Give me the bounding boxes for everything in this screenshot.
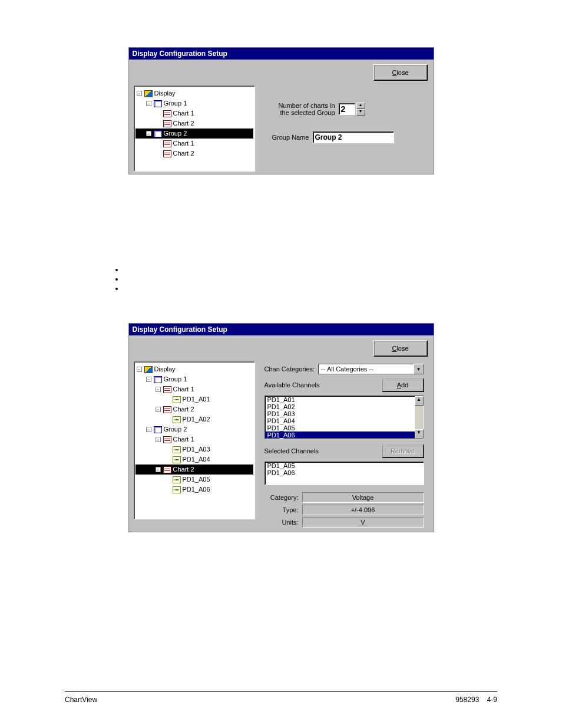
selected-channels-list[interactable]: PD1_A05PD1_A06	[265, 462, 424, 485]
chan-categories-label: Chan Categories:	[265, 365, 315, 373]
footer-left: ChartView	[65, 696, 97, 704]
group-icon	[154, 426, 162, 433]
selected-channels-label: Selected Channels	[265, 447, 319, 454]
close-button[interactable]: Close	[373, 64, 428, 81]
chevron-down-icon[interactable]: ▼	[414, 364, 424, 374]
channel-icon	[173, 476, 181, 483]
chart-icon	[163, 140, 171, 147]
list-item[interactable]: PD1_A04	[265, 417, 415, 424]
tree-node-g1c1-ch[interactable]: PD1_A01	[135, 394, 253, 404]
group-icon	[154, 376, 162, 383]
chart-icon	[163, 436, 171, 443]
tree-view[interactable]: −Display −Group 1 Chart 1 Chart 2 −Group…	[134, 85, 255, 172]
tree-node-group2[interactable]: −Group 2	[135, 424, 253, 434]
scroll-up[interactable]: ▲	[415, 396, 424, 406]
tree-node-g2c1-chB[interactable]: PD1_A04	[135, 454, 253, 465]
tree-node-g1-chart1[interactable]: Chart 1	[135, 108, 253, 118]
chart-icon	[163, 386, 171, 393]
group-name-label: Group Name	[265, 134, 309, 141]
tree-node-g2-chart2[interactable]: Chart 2	[135, 149, 253, 159]
display-config-dialog-group: Display Configuration Setup Close −Displ…	[128, 47, 434, 174]
remove-button[interactable]: Remove	[382, 444, 424, 458]
tree-node-g1c1[interactable]: −Chart 1	[135, 384, 253, 394]
list-item[interactable]: PD1_A06	[265, 469, 424, 476]
close-button[interactable]: Close	[373, 340, 428, 357]
type-label: Type:	[265, 506, 299, 513]
tree-node-group1[interactable]: −Group 1	[135, 98, 253, 108]
dialog-title: Display Configuration Setup	[129, 48, 434, 60]
units-label: Units:	[265, 519, 299, 526]
tree-node-display[interactable]: −Display	[135, 88, 253, 98]
list-item[interactable]: PD1_A05	[265, 462, 424, 469]
list-item[interactable]: PD1_A02	[265, 403, 415, 410]
tree-node-g2c1[interactable]: −Chart 1	[135, 434, 253, 444]
num-charts-input[interactable]: 2	[339, 103, 355, 115]
chart-icon	[163, 406, 171, 413]
scrollbar[interactable]: ▲ ▼	[415, 396, 424, 439]
display-config-dialog-chart: Display Configuration Setup Close −Displ…	[128, 323, 434, 532]
chart-icon	[163, 150, 171, 157]
list-item[interactable]: PD1_A06	[265, 431, 415, 439]
display-icon	[144, 90, 153, 97]
units-value: V	[302, 517, 424, 528]
num-charts-spinner[interactable]: ▲ ▼	[356, 103, 365, 116]
category-value: Voltage	[302, 492, 424, 503]
spinner-up[interactable]: ▲	[356, 103, 365, 109]
channel-icon	[173, 416, 181, 423]
spinner-down[interactable]: ▼	[356, 109, 365, 116]
list-item[interactable]: PD1_A03	[265, 410, 415, 417]
tree-node-g1c2[interactable]: −Chart 2	[135, 404, 253, 414]
type-value: +/-4.096	[302, 505, 424, 515]
tree-node-g2c2-chB[interactable]: PD1_A06	[135, 485, 253, 495]
bullet-list-placeholder	[0, 263, 562, 305]
group-name-input[interactable]: Group 2	[313, 131, 394, 143]
num-charts-label-2: the selected Group	[265, 109, 335, 116]
chan-categories-dropdown[interactable]: -- All Categories -- ▼	[318, 364, 424, 374]
group-icon	[154, 100, 162, 107]
dialog-title: Display Configuration Setup	[129, 324, 434, 335]
tree-node-g2c1-chA[interactable]: PD1_A03	[135, 444, 253, 454]
channel-icon	[173, 446, 181, 453]
available-channels-list[interactable]: PD1_A01PD1_A02PD1_A03PD1_A04PD1_A05PD1_A…	[265, 396, 424, 439]
display-icon	[144, 366, 153, 373]
chart-icon	[163, 110, 171, 117]
list-item[interactable]: PD1_A05	[265, 424, 415, 431]
chart-icon	[163, 466, 171, 473]
tree-node-display[interactable]: −Display	[135, 364, 253, 374]
channel-icon	[173, 396, 181, 403]
page-footer: ChartView 958293 4-9	[0, 696, 562, 704]
scroll-down[interactable]: ▼	[415, 429, 424, 439]
available-channels-label: Available Channels	[265, 381, 320, 388]
tree-node-g2c2-selected[interactable]: −Chart 2	[135, 465, 253, 475]
add-button[interactable]: Add	[382, 378, 424, 392]
tree-view[interactable]: −Display −Group 1 −Chart 1 PD1_A01 −Char…	[134, 361, 255, 519]
footer-rule	[65, 691, 497, 692]
tree-node-g2-chart1[interactable]: Chart 1	[135, 139, 253, 149]
num-charts-label: Number of charts in	[265, 102, 335, 109]
tree-node-group1[interactable]: −Group 1	[135, 374, 253, 384]
tree-node-group2-selected[interactable]: −Group 2	[135, 129, 253, 139]
chart-icon	[163, 120, 171, 127]
channel-icon	[173, 456, 181, 463]
tree-node-g2c2-chA[interactable]: PD1_A05	[135, 475, 253, 485]
category-label: Category:	[265, 494, 299, 501]
channel-icon	[173, 486, 181, 493]
list-item[interactable]: PD1_A01	[265, 396, 415, 403]
tree-node-g1-chart2[interactable]: Chart 2	[135, 118, 253, 129]
tree-node-g1c2-ch[interactable]: PD1_A02	[135, 414, 253, 424]
group-icon	[154, 130, 162, 137]
footer-right: 958293 4-9	[455, 696, 497, 704]
